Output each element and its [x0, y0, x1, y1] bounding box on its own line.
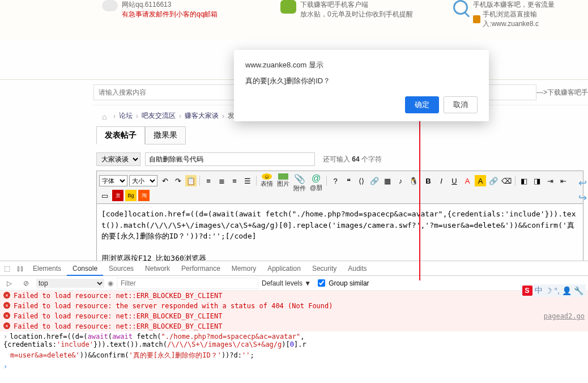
size-select[interactable]: 大小	[129, 175, 157, 186]
console-filter-input[interactable]	[117, 278, 258, 289]
tab-sources[interactable]: Sources	[103, 261, 139, 276]
ime-zh[interactable]: 中	[535, 286, 543, 296]
indent-icon[interactable]: ⇥	[544, 175, 556, 186]
group-similar-checkbox[interactable]	[318, 279, 325, 287]
tab-application[interactable]: Application	[262, 261, 306, 276]
forward-icon[interactable]: ↪	[578, 191, 587, 204]
reply-icon[interactable]: ↩	[578, 177, 587, 189]
align-left-icon[interactable]: ≡	[203, 175, 214, 186]
bold-icon[interactable]: B	[423, 175, 434, 186]
log-levels-select[interactable]: Default levels ▼	[262, 279, 311, 287]
hide-icon[interactable]: ▭	[99, 190, 110, 201]
post-tabs: 发表帖子 撒果果	[0, 126, 588, 144]
float-right-icon[interactable]: ◨	[531, 175, 543, 186]
error-source-link[interactable]: pagead2.go	[544, 312, 585, 320]
cmd-text: ))&&confirm(	[80, 351, 129, 359]
cmd-text: )[	[282, 341, 289, 348]
mobile-info: 手机版本赚客吧，更省流量 手机浏览器直接输入:www.zuanke8.c	[473, 0, 588, 29]
user-icon[interactable]: 👤	[562, 286, 572, 295]
paste-icon[interactable]: 📋	[185, 175, 197, 186]
wechat-line1: 下载赚客吧手机客户端	[300, 0, 413, 10]
execute-icon[interactable]: ▷	[2, 279, 16, 287]
attach-button[interactable]: 📎附件	[292, 173, 307, 188]
tab-console[interactable]: Console	[67, 261, 103, 276]
moon-icon[interactable]: ☽	[545, 286, 552, 295]
cmd-text: ].r	[294, 341, 306, 348]
console-command: ›location.href=((d=(await(await fetch(".…	[0, 331, 588, 350]
tab-post[interactable]: 发表帖子	[96, 126, 145, 144]
cmd-text: ;	[250, 351, 254, 359]
jd-icon[interactable]: 京	[112, 190, 123, 201]
punct-icon[interactable]: °,	[555, 286, 560, 295]
category-select[interactable]: 大家谈谈	[96, 152, 140, 166]
qq-number: 网站qq.6116613	[122, 0, 218, 10]
quote-icon[interactable]: ❝	[343, 175, 354, 186]
taobao-icon[interactable]: 淘	[138, 190, 150, 201]
undo-icon[interactable]: ↶	[159, 175, 171, 186]
post-title-input[interactable]	[145, 152, 315, 166]
console-toolbar: ▷ ⊘ top ◉ Default levels ▼ Group similar	[0, 276, 588, 291]
tab-elements[interactable]: Elements	[27, 261, 67, 276]
clear-icon[interactable]: ⌫	[501, 175, 512, 186]
bg-icon[interactable]: Bg	[125, 190, 137, 201]
wrench-icon[interactable]: 🔧	[574, 286, 583, 295]
console-error-line: ✕Failed to load resource: net::ERR_BLOCK…	[0, 321, 588, 331]
help-icon[interactable]: ?	[330, 175, 341, 186]
code-icon[interactable]: ⟨⟩	[356, 175, 367, 186]
image-button[interactable]: 图片	[276, 173, 291, 188]
link-icon[interactable]: 🔗	[369, 175, 380, 186]
bgcolor-icon[interactable]: A	[475, 175, 486, 186]
error-icon: ✕	[3, 312, 10, 319]
cmd-keyword: await	[112, 333, 133, 341]
tab-network[interactable]: Network	[139, 261, 176, 276]
inspect-icon[interactable]: ⬚	[0, 265, 14, 273]
cmd-string: m=user&a=delete&'	[10, 351, 80, 359]
outdent-icon[interactable]: ⇤	[557, 175, 569, 186]
music-icon[interactable]: ♪	[395, 175, 406, 186]
at-button[interactable]: @@朋	[309, 173, 323, 188]
cancel-button[interactable]: 取消	[444, 96, 478, 113]
context-select[interactable]: top	[36, 279, 104, 288]
toolbar-sep	[199, 176, 200, 186]
float-left-icon[interactable]: ◧	[518, 175, 530, 186]
device-icon[interactable]: ⫿⫿	[14, 265, 27, 273]
error-text: Failed to load resource: the server resp…	[14, 302, 333, 310]
tab-security[interactable]: Security	[306, 261, 342, 276]
error-text: Failed to load resource: net::ERR_BLOCKE…	[14, 292, 222, 300]
font-select[interactable]: 字体	[99, 175, 127, 186]
tab-performance[interactable]: Performance	[176, 261, 226, 276]
bc-forum[interactable]: 论坛	[119, 111, 133, 121]
link2-icon[interactable]: 🔗	[488, 175, 499, 186]
color-icon[interactable]: A	[462, 175, 473, 186]
bc-board[interactable]: 赚客大家谈	[185, 111, 219, 121]
align-center-icon[interactable]: ≣	[216, 175, 227, 186]
bc-sep: ›	[113, 112, 116, 120]
clear-icon[interactable]: ⊘	[19, 279, 33, 287]
list-icon[interactable]: ☰	[242, 175, 253, 186]
italic-icon[interactable]: I	[436, 175, 447, 186]
mobile-url: 手机浏览器直接输入:www.zuanke8.c	[483, 10, 588, 29]
ok-button[interactable]: 确定	[405, 96, 439, 113]
char-num: 64	[352, 155, 359, 163]
cmd-text: (	[108, 333, 112, 341]
console-prompt[interactable]: ›	[0, 361, 588, 372]
editor-textarea[interactable]: [code]location.href=((d=(await(await fet…	[96, 204, 583, 269]
eye-icon[interactable]: ◉	[108, 279, 113, 287]
home-icon[interactable]	[102, 112, 110, 120]
tab-memory[interactable]: Memory	[226, 261, 262, 276]
tab-audits[interactable]: Audits	[342, 261, 372, 276]
qq-icon[interactable]: 🐧	[408, 175, 419, 186]
tab-reward[interactable]: 撒果果	[145, 126, 186, 144]
toolbar-sep	[256, 176, 257, 186]
chevron-right-icon: ›	[3, 333, 7, 341]
redo-icon[interactable]: ↷	[172, 175, 184, 186]
emoji-button[interactable]: ☺表情	[259, 173, 274, 188]
align-right-icon[interactable]: ≡	[229, 175, 240, 186]
bc-area[interactable]: 吧友交流区	[142, 111, 176, 121]
underline-icon[interactable]: U	[449, 175, 460, 186]
devtools-panel: ⬚ ⫿⫿ Elements Console Sources Network Pe…	[0, 261, 588, 383]
download-app-link[interactable]: --->下载赚客吧手	[536, 88, 588, 97]
sogou-icon[interactable]: S	[522, 286, 532, 296]
group-similar-label: Group similar	[329, 279, 369, 287]
table-icon[interactable]: ▦	[382, 175, 393, 186]
